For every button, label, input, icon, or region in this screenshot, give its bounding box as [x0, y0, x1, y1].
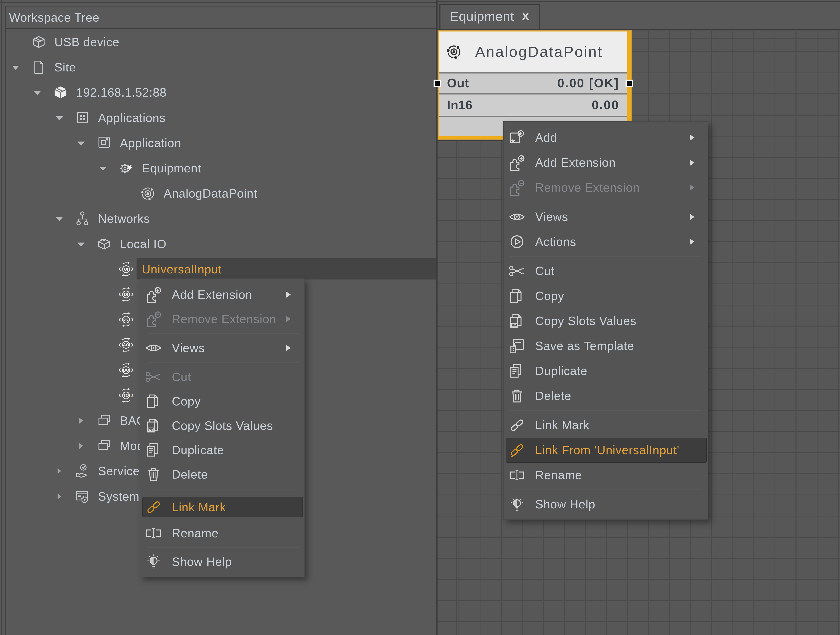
svg-text:123: 123	[149, 429, 153, 431]
svg-text:AO: AO	[123, 342, 129, 347]
svg-text:DO: DO	[123, 368, 129, 372]
svg-text:UI: UI	[124, 267, 128, 271]
svg-text:123: 123	[512, 324, 516, 327]
svg-text:DIC: DIC	[123, 318, 129, 321]
svg-text:TO: TO	[123, 393, 129, 398]
svg-text:DI: DI	[124, 292, 128, 297]
